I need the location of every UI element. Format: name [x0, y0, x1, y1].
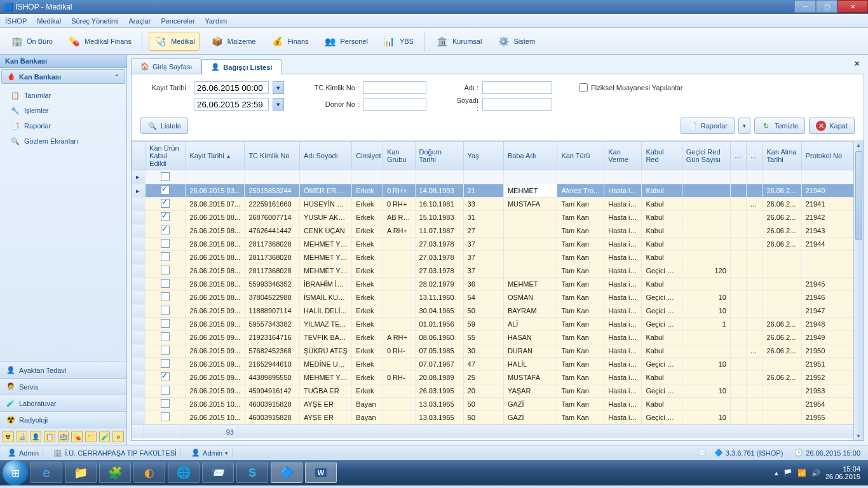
table-row[interactable]: 26.06.2015 08...55993346352İBRAHİM İÇENE… [132, 278, 864, 291]
btn-kapat[interactable]: ✕Kapat [809, 118, 855, 134]
row-checkbox[interactable] [161, 359, 170, 368]
mini-icon-3[interactable]: 👤 [30, 431, 41, 442]
row-checkbox[interactable] [161, 252, 170, 261]
status-user[interactable]: 👤Admin [4, 449, 43, 457]
sidebar-item-tanımlar[interactable]: 📋Tanımlar [1, 88, 125, 103]
ribbon-medikal-finans[interactable]: 💊Medikal Finans [63, 32, 135, 50]
tray-up-icon[interactable]: ▴ [775, 469, 778, 477]
task-app1[interactable]: 🧩 [99, 463, 131, 483]
input-soyadi[interactable] [482, 98, 552, 111]
row-checkbox[interactable] [161, 346, 170, 355]
menu-surec[interactable]: Süreç Yönetimi [71, 17, 118, 25]
col-header-8[interactable]: Yaş [463, 142, 503, 170]
tray-volume-icon[interactable]: 🔊 [811, 469, 820, 477]
system-tray[interactable]: ▴ 🏳️ 📶 🔊 15:04 26.06.2015 [770, 460, 865, 485]
tab-giriş-sayfası[interactable]: 🏠Giriş Sayfası [131, 58, 201, 74]
col-header-15[interactable]: ... [747, 142, 763, 170]
table-row[interactable]: 26.06.2015 08...47626441442CENK UÇANErke… [132, 224, 864, 238]
row-checkbox[interactable] [161, 239, 170, 248]
task-explorer[interactable]: 📁 [65, 463, 97, 483]
sidebar-tile-laboratuvar[interactable]: 🧪Laboratuvar [0, 395, 126, 411]
ribbon-malzeme[interactable]: 📦Malzeme [206, 32, 260, 50]
mini-icon-expand[interactable]: » [112, 431, 124, 442]
table-row[interactable]: 26.06.2015 08...28117368028MEHMET Yİ...E… [132, 264, 864, 278]
window-minimize[interactable]: ─ [794, 0, 816, 13]
ribbon-ybs[interactable]: 📊YBS [378, 32, 417, 50]
table-row[interactable]: 26.06.2015 09...11888907114HALİL DELİ...… [132, 304, 864, 318]
col-header-6[interactable]: Kan Grubu [383, 142, 415, 170]
task-chrome[interactable]: 🌐 [168, 463, 200, 483]
ribbon-personel[interactable]: 👥Personel [319, 32, 372, 50]
btn-raporlar[interactable]: 📄Raporlar [681, 118, 735, 134]
task-outlook[interactable]: ◐ [133, 463, 165, 483]
mini-icon-5[interactable]: 🏥 [58, 431, 69, 442]
col-header-4[interactable]: Adı Soyadı [299, 142, 351, 170]
donor-grid[interactable]: Kan Ürün Kabul EdildiKayıt Tarihi▲TC Kim… [132, 141, 864, 424]
col-header-9[interactable]: Baba Adı [503, 142, 557, 170]
row-checkbox[interactable] [161, 186, 170, 194]
menu-medikal[interactable]: Medikal [37, 17, 61, 25]
ribbon-medikal[interactable]: 🩺Medikal [149, 32, 200, 51]
row-checkbox[interactable] [161, 386, 170, 395]
input-adi[interactable] [482, 81, 552, 94]
tab-close-all[interactable]: ✕ [851, 60, 862, 70]
collapse-icon[interactable]: ⌃ [114, 74, 119, 80]
vertical-scrollbar[interactable] [853, 141, 864, 440]
menu-pencereler[interactable]: Pencereler [161, 17, 194, 25]
sidebar-item-gözlem ekranları[interactable]: 🔍Gözlem Ekranları [1, 133, 125, 149]
input-tc[interactable] [363, 81, 426, 94]
input-date-from[interactable] [194, 81, 269, 94]
table-row[interactable]: 26.06.2015 09...21923164716TEVFİK BAY...… [132, 331, 864, 344]
table-row[interactable]: 26.06.2015 08...37804522988İSMAİL KUR...… [132, 291, 864, 304]
table-row[interactable]: 26.06.2015 07...22259161660HÜSEYİN M...E… [132, 198, 864, 211]
row-checkbox[interactable] [161, 319, 170, 328]
col-header-10[interactable]: Kan Türü [557, 142, 604, 170]
table-row[interactable]: ▸26.06.2015 03...25915853244ÖMER ERSÜ...… [132, 184, 864, 198]
row-checkbox[interactable] [161, 199, 170, 208]
row-checkbox[interactable] [161, 226, 170, 234]
ribbon-kurumsal[interactable]: 🏛️Kurumsal [431, 32, 485, 50]
table-row[interactable]: 26.06.2015 10...46003915828AYŞE ERBayan1… [132, 398, 864, 411]
input-date-to[interactable] [194, 98, 269, 111]
btn-temizle[interactable]: ↻Temizle [754, 118, 805, 134]
scrollbar-thumb[interactable] [855, 151, 862, 240]
table-row[interactable]: 26.06.2015 09...59557343382YILMAZ TE...E… [132, 318, 864, 331]
ribbon-finans[interactable]: 💰Finans [266, 32, 312, 50]
ribbon-ön-büro[interactable]: 🏢Ön Büro [5, 32, 57, 50]
window-maximize[interactable]: ▢ [816, 0, 837, 13]
tray-flag-icon[interactable]: 🏳️ [783, 469, 792, 477]
start-button[interactable]: ⊞ [3, 460, 28, 485]
checkbox-fiziksel[interactable]: Fiziksel Muayanesi Yapılanlar [579, 83, 683, 92]
row-checkbox[interactable] [161, 306, 170, 315]
sidebar-tile-radyoloji[interactable]: ☢️Radyoloji [0, 411, 126, 428]
btn-raporlar-dropdown[interactable]: ▾ [738, 118, 750, 134]
sidebar-tile-ayaktan-tedavi[interactable]: 👤Ayaktan Tedavi [0, 362, 126, 378]
task-ishop[interactable]: 🔷 [271, 463, 302, 483]
date-to-picker[interactable]: ▾ [273, 98, 284, 111]
table-row[interactable]: 26.06.2015 09...44389895550MEHMET Yİ...E… [132, 371, 864, 384]
input-donor[interactable] [363, 98, 426, 111]
task-app2[interactable]: 📨 [202, 463, 234, 483]
sidebar-item-raporlar[interactable]: 📑Raporlar [1, 118, 125, 133]
menu-yardim[interactable]: Yardım [205, 17, 227, 25]
mail-icon[interactable]: ✉️ [698, 449, 707, 457]
menu-araclar[interactable]: Araçlar [129, 17, 151, 25]
table-row[interactable]: 26.06.2015 08...26876007714YUSUF AKSOYEr… [132, 211, 864, 224]
side-group-kan-bankasi[interactable]: 🩸Kan Bankası ⌃ [1, 69, 125, 84]
row-checkbox[interactable] [161, 292, 170, 301]
mini-icon-6[interactable]: 💊 [71, 431, 83, 442]
tray-network-icon[interactable]: 📶 [797, 469, 806, 477]
window-close[interactable]: ✕ [837, 0, 868, 13]
task-word[interactable]: W [305, 463, 337, 483]
checkbox-fiziksel-input[interactable] [579, 83, 588, 92]
table-row[interactable]: 26.06.2015 09...57682452368ŞÜKRÜ ATEŞErk… [132, 344, 864, 358]
status-org[interactable]: 🏢İ.Ü. CERRAHPAŞA TIP FAKÜLTESİ [50, 449, 181, 457]
col-header-7[interactable]: Doğum Tarihi [415, 142, 463, 170]
table-row[interactable]: 26.06.2015 10...46003915828AYŞE ERBayan1… [132, 411, 864, 424]
menu-ishop[interactable]: İSHOP [5, 17, 27, 25]
col-header-5[interactable]: Cinsiyet [352, 142, 383, 170]
sidebar-tile-servis[interactable]: 🧑‍⚕️Servis [0, 378, 126, 395]
mini-icon-1[interactable]: ☢ [3, 431, 14, 442]
table-row[interactable]: 26.06.2015 09...21652944610MEDİNE UZ...E… [132, 358, 864, 371]
row-checkbox[interactable] [161, 412, 170, 421]
